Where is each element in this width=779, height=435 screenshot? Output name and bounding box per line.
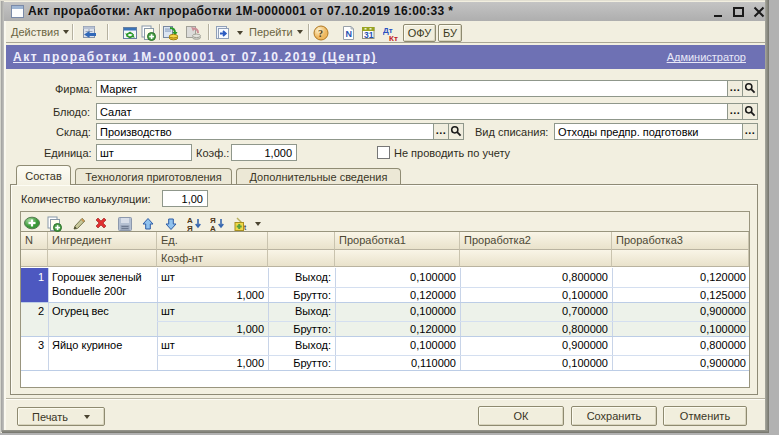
svg-text:31: 31 (364, 30, 374, 40)
svg-text:t: t (244, 223, 247, 232)
svg-text:Кт: Кт (389, 34, 398, 42)
svg-text:?: ? (318, 28, 323, 39)
svg-text:N: N (346, 29, 353, 39)
svg-text:Я: Я (187, 224, 193, 232)
svg-text:А: А (210, 224, 216, 232)
